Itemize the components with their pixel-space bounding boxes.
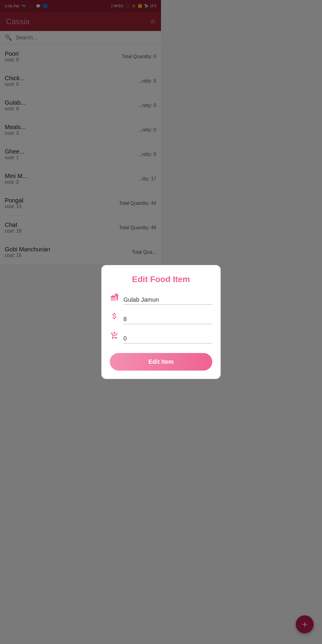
name-field-row: [110, 292, 161, 305]
name-field[interactable]: [123, 296, 161, 305]
edit-food-item-modal: Edit Food Item: [101, 265, 161, 322]
modal-title: Edit Food Item: [110, 275, 161, 284]
name-input[interactable]: [123, 296, 161, 303]
cost-field[interactable]: [123, 316, 161, 322]
modal-overlay[interactable]: Edit Food Item: [0, 0, 161, 322]
cost-input[interactable]: [123, 316, 161, 322]
cost-field-row: [110, 312, 161, 322]
food-icon: [110, 292, 119, 303]
dollar-icon: [110, 312, 119, 322]
